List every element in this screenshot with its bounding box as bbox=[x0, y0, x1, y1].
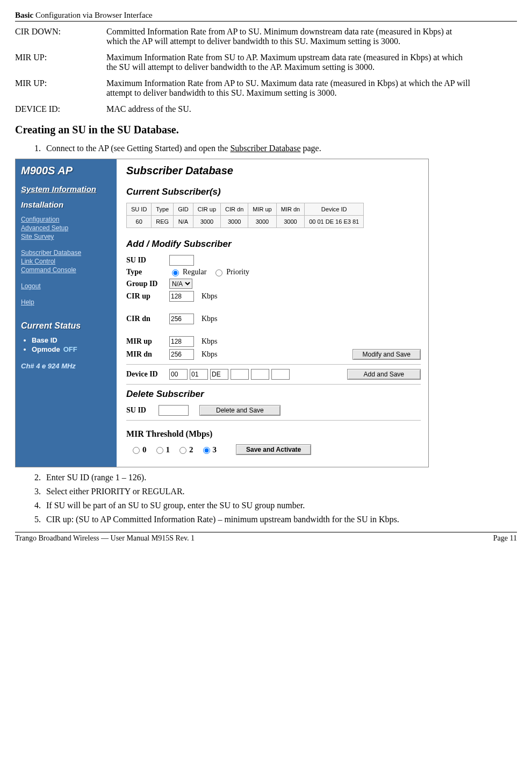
nav-link[interactable]: Command Console bbox=[21, 266, 111, 274]
mir-radio-1[interactable] bbox=[156, 447, 163, 454]
device-id-label: Device ID bbox=[126, 370, 169, 379]
nav-help[interactable]: Help bbox=[21, 298, 111, 306]
cir-up-label: CIR up bbox=[126, 292, 169, 301]
definition-row: DEVICE ID:MAC address of the SU. bbox=[15, 104, 517, 114]
type-priority-text: Priority bbox=[226, 268, 249, 276]
mir-option-label: 0 bbox=[142, 445, 147, 454]
status-item: Base ID bbox=[32, 336, 111, 344]
table-cell: 00 01 DE 16 E3 81 bbox=[305, 216, 364, 228]
table-cell: 3000 bbox=[193, 216, 220, 228]
definition-term: MIR UP: bbox=[15, 53, 106, 72]
definition-desc: MAC address of the SU. bbox=[106, 104, 517, 114]
nav-link[interactable]: Site Survey bbox=[21, 233, 111, 240]
table-header-cell: MIR up bbox=[248, 203, 276, 216]
modify-save-button[interactable]: Modify and Save bbox=[353, 349, 421, 360]
steps-bottom: Enter SU ID (range 1 – 126).Select eithe… bbox=[15, 473, 517, 524]
footer-right: Page 11 bbox=[493, 534, 517, 543]
save-activate-button[interactable]: Save and Activate bbox=[236, 444, 311, 455]
status-value: OFF bbox=[63, 345, 77, 353]
header-bold: Basic bbox=[15, 11, 33, 19]
running-header: Basic Configuration via Browser Interfac… bbox=[15, 11, 517, 22]
device-id-octet[interactable] bbox=[231, 369, 249, 380]
mir-up-unit: Kbps bbox=[202, 337, 218, 346]
mir-up-label: MIR up bbox=[126, 337, 169, 346]
mir-dn-input[interactable] bbox=[169, 349, 194, 360]
step-item: Enter SU ID (range 1 – 126). bbox=[43, 473, 517, 482]
nav-link[interactable]: Configuration bbox=[21, 216, 111, 223]
mir-radio-3[interactable] bbox=[203, 447, 210, 454]
mir-threshold-title: MIR Threshold (Mbps) bbox=[126, 429, 421, 439]
step-item: If SU will be part of an SU to SU group,… bbox=[43, 501, 517, 510]
table-cell: 3000 bbox=[248, 216, 276, 228]
mir-up-input[interactable] bbox=[169, 336, 194, 347]
delete-title: Delete Subscriber bbox=[126, 389, 421, 400]
mir-option-label: 2 bbox=[189, 445, 193, 454]
type-regular-text: Regular bbox=[183, 268, 206, 276]
table-header-cell: GID bbox=[174, 203, 193, 216]
footer-left: Trango Broadband Wireless — User Manual … bbox=[15, 534, 195, 543]
device-id-octet[interactable] bbox=[210, 369, 228, 380]
add-save-button[interactable]: Add and Save bbox=[347, 369, 421, 380]
nav-link[interactable]: Subscriber Database bbox=[21, 249, 111, 257]
step-1-tail: page. bbox=[301, 144, 321, 153]
nav-logout[interactable]: Logout bbox=[21, 282, 111, 290]
type-label: Type bbox=[126, 268, 169, 276]
divider-3 bbox=[126, 420, 421, 421]
brand: M900S AP bbox=[21, 165, 111, 177]
table-cell: 3000 bbox=[221, 216, 248, 228]
mir-radio-2[interactable] bbox=[179, 447, 186, 454]
delete-save-button[interactable]: Delete and Save bbox=[199, 405, 281, 416]
content-area: Subscriber Database Current Subscriber(s… bbox=[117, 159, 428, 467]
table-header-cell: CIR up bbox=[193, 203, 220, 216]
delete-suid-input[interactable] bbox=[159, 405, 189, 416]
nav-link[interactable]: Advanced Setup bbox=[21, 224, 111, 232]
cir-dn-label: CIR dn bbox=[126, 315, 169, 323]
definition-term: MIR UP: bbox=[15, 79, 106, 98]
table-cell: N/A bbox=[174, 216, 193, 228]
subscribers-table: SU IDTypeGIDCIR upCIR dnMIR upMIR dnDevi… bbox=[126, 203, 364, 228]
suid-label: SU ID bbox=[126, 256, 169, 265]
table-header-cell: Type bbox=[152, 203, 174, 216]
section-title: Creating an SU in the SU Database. bbox=[15, 124, 517, 136]
mir-dn-unit: Kbps bbox=[202, 350, 218, 359]
cir-up-input[interactable] bbox=[169, 291, 194, 302]
step-1: Connect to the AP (see Getting Started) … bbox=[43, 144, 517, 153]
cir-dn-input[interactable] bbox=[169, 314, 194, 324]
sidebar: M900S AP System Information Installation… bbox=[16, 159, 117, 467]
mir-option-label: 1 bbox=[166, 445, 170, 454]
definition-desc: Maximum Information Rate from SU to AP. … bbox=[106, 53, 517, 72]
definition-row: CIR DOWN:Committed Information Rate from… bbox=[15, 27, 517, 46]
nav-link[interactable]: Link Control bbox=[21, 258, 111, 265]
definition-term: CIR DOWN: bbox=[15, 27, 106, 46]
table-header-cell: SU ID bbox=[127, 203, 152, 216]
page-footer: Trango Broadband Wireless — User Manual … bbox=[15, 532, 517, 543]
device-id-octet[interactable] bbox=[190, 369, 208, 380]
nav-installation: Installation bbox=[21, 200, 111, 209]
definition-term: DEVICE ID: bbox=[15, 104, 106, 114]
definition-row: MIR UP:Maximum Information Rate from SU … bbox=[15, 53, 517, 72]
suid-input[interactable] bbox=[169, 255, 194, 266]
type-priority-radio[interactable] bbox=[215, 269, 222, 276]
nav-system-info[interactable]: System Information bbox=[21, 184, 111, 194]
header-rest: Configuration via Browser Interface bbox=[33, 11, 153, 19]
group-select[interactable]: N/A bbox=[169, 279, 192, 289]
step-1-link: Subscriber Database bbox=[230, 144, 300, 153]
divider-2 bbox=[126, 384, 421, 385]
page-title: Subscriber Database bbox=[126, 165, 421, 177]
device-id-octet[interactable] bbox=[271, 369, 290, 380]
step-item: CIR up: (SU to AP Committed Information … bbox=[43, 515, 517, 524]
group-label: Group ID bbox=[126, 280, 169, 288]
divider-1 bbox=[126, 364, 421, 365]
mir-radio-0[interactable] bbox=[133, 447, 140, 454]
cir-dn-unit: Kbps bbox=[202, 315, 218, 323]
mir-option-label: 3 bbox=[213, 445, 217, 454]
step-1-text: Connect to the AP (see Getting Started) … bbox=[46, 144, 230, 153]
screenshot-panel: M900S AP System Information Installation… bbox=[15, 159, 429, 467]
channel-info: Ch# 4 e 924 MHz bbox=[21, 362, 111, 370]
current-subs-title: Current Subscriber(s) bbox=[126, 187, 421, 197]
type-regular-radio[interactable] bbox=[172, 269, 179, 276]
definition-desc: Maximum Information Rate from AP to SU. … bbox=[106, 79, 517, 98]
device-id-octet[interactable] bbox=[169, 369, 188, 380]
table-header-cell: Device ID bbox=[305, 203, 364, 216]
device-id-octet[interactable] bbox=[251, 369, 269, 380]
